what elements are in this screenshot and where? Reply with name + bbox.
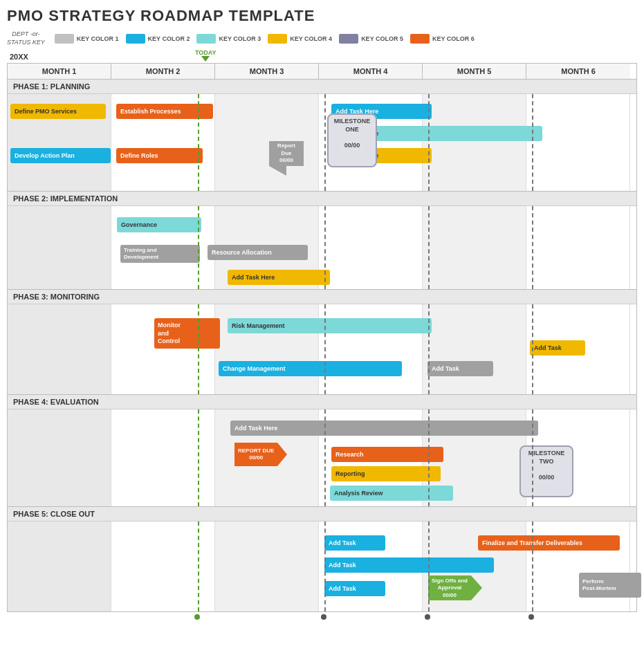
dashed-line-p4-2 <box>428 409 430 506</box>
phase2-body: Governance Training andDevelopment Resou… <box>8 206 636 289</box>
phase2-section: PHASE 2: IMPLEMENTATION Governance Train… <box>8 192 636 290</box>
phase3-section: PHASE 3: MONITORING MonitorandControl Ri… <box>8 290 636 395</box>
task-develop-action: Develop Action Plan <box>10 148 111 163</box>
phase1-body: Define PMO Services Establish Processes … <box>8 94 636 191</box>
dashed-line-p1-2 <box>428 94 430 191</box>
task-monitor-control: MonitorandControl <box>154 318 220 349</box>
months-header: MONTH 1 MONTH 2 MONTH 3 MONTH 4 MONTH 5 … <box>8 64 636 80</box>
task-risk-mgmt: Risk Management <box>228 318 432 333</box>
today-marker: TODAY <box>195 49 217 62</box>
task-add-task-p3-2: Add Task <box>427 361 493 376</box>
dashed-line-p5-2 <box>428 522 430 611</box>
legend-item-5: KEY COLOR 5 <box>339 34 403 44</box>
month-2: MONTH 2 <box>111 64 215 79</box>
task-analysis-review: Analysis Review <box>330 486 453 501</box>
phase1-header: PHASE 1: PLANNING <box>8 80 636 94</box>
task-research: Research <box>331 447 443 462</box>
phase3-body: MonitorandControl Risk Management Add Ta… <box>8 304 636 394</box>
today-line-p3 <box>198 304 199 394</box>
today-line-p4 <box>198 409 199 506</box>
year-label: 20XX <box>10 53 28 61</box>
phase5-section: PHASE 5: CLOSE OUT Add Task Finalize and… <box>8 507 636 611</box>
dot-m4 <box>321 614 326 620</box>
month-1: MONTH 1 <box>8 64 111 79</box>
today-line-p5 <box>198 522 199 611</box>
phase4-body: Add Task Here REPORT DUE00/00 Research R… <box>8 409 636 506</box>
task-resource-allocation: Resource Allocation <box>208 245 308 260</box>
dashed-line-p1-3 <box>532 94 533 191</box>
task-add-task-p5-2: Add Task <box>324 557 494 573</box>
dashed-line-p3-1 <box>324 304 326 394</box>
milestone-one: MILESTONEONE00/00 <box>327 113 377 167</box>
dot-m6 <box>528 614 534 620</box>
month-4: MONTH 4 <box>319 64 423 79</box>
task-add-task-p5-3: Add Task <box>324 581 385 596</box>
task-reporting: Reporting <box>331 466 441 481</box>
dashed-line-p5-1 <box>324 522 326 611</box>
signoffs-chevron: Sign Offs andApproval00/00 <box>428 575 482 600</box>
dashed-line-p2-3 <box>532 206 533 289</box>
today-line-p2 <box>198 206 199 289</box>
legend: DEPT -or-STATUS KEY KEY COLOR 1 KEY COLO… <box>7 30 637 46</box>
dashed-line-p2-2 <box>428 206 430 289</box>
dashed-line-p5-3 <box>532 522 533 611</box>
dashed-line-p2-1 <box>324 206 326 289</box>
main-title: PMO STRATEGY ROADMAP TEMPLATE <box>7 7 637 25</box>
task-define-pmo: Define PMO Services <box>10 104 106 119</box>
task-post-mortem: PerformPost-Mortem <box>579 573 641 598</box>
task-finalize: Finalize and Transfer Deliverables <box>478 535 620 551</box>
task-define-roles: Define Roles <box>116 148 203 163</box>
legend-dept-label: DEPT -or-STATUS KEY <box>7 30 45 46</box>
phase5-body: Add Task Finalize and Transfer Deliverab… <box>8 522 636 611</box>
task-add-task-p4-1: Add Task Here <box>230 421 538 436</box>
phase5-header: PHASE 5: CLOSE OUT <box>8 507 636 522</box>
today-arrow-down <box>201 56 210 62</box>
milestone-two: MILESTONETWO00/00 <box>519 445 573 497</box>
legend-item-2: KEY COLOR 2 <box>126 34 190 44</box>
month-3: MONTH 3 <box>215 64 319 79</box>
dashed-line-p3-3 <box>532 304 533 394</box>
task-training: Training andDevelopment <box>120 245 200 263</box>
legend-item-4: KEY COLOR 4 <box>268 34 332 44</box>
year-row: 20XX TODAY <box>7 50 637 63</box>
today-line-p1 <box>198 94 199 191</box>
legend-item-1: KEY COLOR 1 <box>55 34 119 44</box>
report-due-p4: REPORT DUE00/00 <box>234 443 287 466</box>
phase4-header: PHASE 4: EVALUATION <box>8 395 636 409</box>
phase2-header: PHASE 2: IMPLEMENTATION <box>8 192 636 206</box>
today-label: TODAY <box>195 49 217 56</box>
phase1-section: PHASE 1: PLANNING Define PMO Services Es… <box>8 80 636 192</box>
dashed-line-p3-2 <box>428 304 430 394</box>
month-6: MONTH 6 <box>526 64 630 79</box>
legend-item-3: KEY COLOR 3 <box>196 34 261 44</box>
task-change-mgmt: Change Management <box>219 361 402 376</box>
legend-item-6: KEY COLOR 6 <box>410 34 475 44</box>
task-add-task-p2: Add Task Here <box>228 270 330 285</box>
task-add-task-p5-1: Add Task <box>324 535 385 551</box>
roadmap-grid: MONTH 1 MONTH 2 MONTH 3 MONTH 4 MONTH 5 … <box>7 63 637 612</box>
phase4-section: PHASE 4: EVALUATION Add Task Here REPORT… <box>8 395 636 507</box>
dot-today <box>194 614 200 620</box>
bottom-dots-row <box>7 612 629 622</box>
month-5: MONTH 5 <box>423 64 526 79</box>
dashed-line-p4-3 <box>532 409 533 506</box>
dashed-line-p1-1 <box>324 94 326 191</box>
dot-m5 <box>425 614 430 620</box>
dashed-line-p4-1 <box>324 409 326 506</box>
task-add-task-p3-1: Add Task <box>530 340 585 356</box>
report-due-p1: ReportDue00/00 <box>269 141 304 175</box>
task-governance: Governance <box>117 217 201 232</box>
phase3-header: PHASE 3: MONITORING <box>8 290 636 304</box>
